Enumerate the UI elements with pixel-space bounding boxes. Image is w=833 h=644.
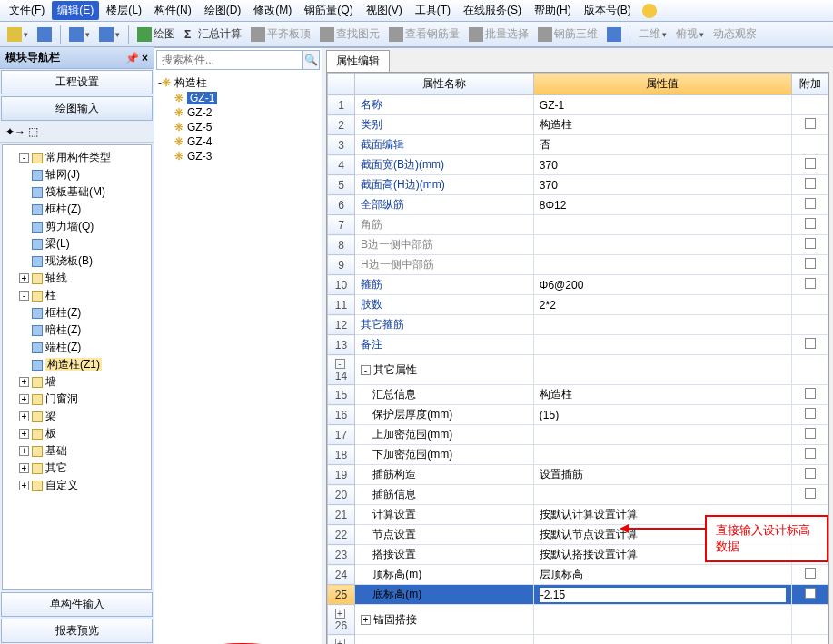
checkbox[interactable] bbox=[805, 118, 816, 129]
view-steel-button[interactable]: 查看钢筋量 bbox=[385, 25, 463, 44]
prop-name[interactable]: 名称 bbox=[355, 95, 534, 115]
prop-name[interactable]: 肢数 bbox=[355, 295, 534, 315]
tree-item[interactable]: 常用构件类型 bbox=[45, 151, 111, 163]
prop-name[interactable]: 截面宽(B边)(mm) bbox=[355, 155, 534, 175]
prop-value[interactable]: 构造柱 bbox=[533, 115, 791, 135]
prop-name[interactable]: 截面高(H边)(mm) bbox=[355, 175, 534, 195]
menu-edit[interactable]: 编辑(E) bbox=[52, 1, 99, 20]
tree-item[interactable]: 现浇板(B) bbox=[45, 254, 93, 267]
tree-item[interactable]: 轴线 bbox=[45, 272, 67, 284]
table-row[interactable]: 13备注 bbox=[328, 335, 828, 355]
orbit-button[interactable]: 动态观察 bbox=[709, 25, 760, 44]
prop-name[interactable]: H边一侧中部筋 bbox=[355, 255, 534, 275]
checkbox[interactable] bbox=[805, 178, 816, 189]
prop-value[interactable] bbox=[533, 235, 791, 255]
prop-value[interactable]: (15) bbox=[533, 405, 791, 425]
prop-value[interactable] bbox=[533, 335, 791, 355]
table-row[interactable]: 12其它箍筋 bbox=[328, 315, 828, 335]
tree-item[interactable]: 基础 bbox=[45, 444, 67, 457]
table-row[interactable]: 15 汇总信息构造柱 bbox=[328, 385, 828, 405]
table-row[interactable]: 25 底标高(m) bbox=[328, 585, 828, 605]
align-button[interactable]: 平齐板顶 bbox=[247, 25, 314, 44]
prop-value[interactable]: 8Φ12 bbox=[533, 195, 791, 215]
list-item[interactable]: GZ-4 bbox=[187, 135, 212, 148]
prop-value[interactable]: 370 bbox=[533, 175, 791, 195]
tree-item[interactable]: 剪力墙(Q) bbox=[45, 220, 94, 233]
table-row[interactable]: 7角筋 bbox=[328, 215, 828, 235]
menu-steel[interactable]: 钢筋量(Q) bbox=[299, 1, 358, 20]
checkbox[interactable] bbox=[805, 218, 816, 229]
pin-icon[interactable]: 📌 bbox=[125, 52, 139, 64]
prop-name[interactable]: 汇总信息 bbox=[355, 385, 534, 405]
table-row[interactable]: 9H边一侧中部筋 bbox=[328, 255, 828, 275]
prop-name[interactable]: +显示样式 bbox=[355, 635, 534, 645]
prop-value[interactable] bbox=[533, 605, 791, 635]
prop-name[interactable]: 其它箍筋 bbox=[355, 315, 534, 335]
tree-item[interactable]: 框柱(Z) bbox=[45, 306, 81, 319]
table-row[interactable]: -14-其它属性 bbox=[328, 355, 828, 385]
menu-tool[interactable]: 工具(T) bbox=[410, 1, 456, 20]
tree-item[interactable]: 其它 bbox=[45, 461, 67, 474]
find-primitive-button[interactable]: 查找图元 bbox=[316, 25, 383, 44]
2d-button[interactable]: 二维▾ bbox=[635, 25, 670, 44]
prop-name[interactable]: 箍筋 bbox=[355, 275, 534, 295]
tree-item[interactable]: 端柱(Z) bbox=[45, 341, 81, 353]
menu-help[interactable]: 帮助(H) bbox=[529, 1, 577, 20]
tab-property-edit[interactable]: 属性编辑 bbox=[326, 50, 390, 72]
prop-name[interactable]: 备注 bbox=[355, 335, 534, 355]
table-row[interactable]: 11肢数2*2 bbox=[328, 295, 828, 315]
prop-name[interactable]: 节点设置 bbox=[355, 525, 534, 545]
open-button[interactable]: ▾ bbox=[4, 25, 32, 44]
tree-item[interactable]: 板 bbox=[45, 427, 56, 440]
prop-name[interactable]: 类别 bbox=[355, 115, 534, 135]
table-row[interactable]: 19 插筋构造设置插筋 bbox=[328, 465, 828, 485]
search-icon[interactable]: 🔍 bbox=[302, 51, 319, 69]
prop-name[interactable]: 顶标高(m) bbox=[355, 565, 534, 585]
prop-value[interactable]: Φ6@200 bbox=[533, 275, 791, 295]
prop-name[interactable]: 下加密范围(mm) bbox=[355, 445, 534, 465]
table-row[interactable]: 18 下加密范围(mm) bbox=[328, 445, 828, 465]
prop-value[interactable]: GZ-1 bbox=[533, 95, 791, 115]
table-row[interactable]: +26+锚固搭接 bbox=[328, 605, 828, 635]
checkbox[interactable] bbox=[805, 428, 816, 439]
table-row[interactable]: 1名称GZ-1 bbox=[328, 95, 828, 115]
project-settings-button[interactable]: 工程设置 bbox=[1, 70, 153, 94]
prop-name[interactable]: 搭接设置 bbox=[355, 545, 534, 565]
checkbox[interactable] bbox=[805, 278, 816, 289]
batch-select-button[interactable]: 批量选择 bbox=[465, 25, 532, 44]
prop-value[interactable] bbox=[533, 215, 791, 235]
tree-root[interactable]: 构造柱 bbox=[174, 76, 207, 89]
tree-item[interactable]: 门窗洞 bbox=[45, 392, 78, 405]
prop-name[interactable]: 全部纵筋 bbox=[355, 195, 534, 215]
tree-item[interactable]: 柱 bbox=[45, 289, 56, 302]
list-item[interactable]: GZ-1 bbox=[187, 92, 217, 104]
prop-name[interactable]: 保护层厚度(mm) bbox=[355, 405, 534, 425]
tree-item[interactable]: 筏板基础(M) bbox=[45, 185, 105, 198]
prop-name[interactable]: -其它属性 bbox=[355, 355, 534, 385]
sum-button[interactable]: Σ 汇总计算 bbox=[181, 25, 245, 44]
prop-value[interactable] bbox=[533, 315, 791, 335]
prop-name[interactable]: 角筋 bbox=[355, 215, 534, 235]
value-input[interactable] bbox=[540, 588, 786, 602]
checkbox[interactable] bbox=[805, 158, 816, 169]
table-row[interactable]: 24 顶标高(m)层顶标高 bbox=[328, 565, 828, 585]
list-item[interactable]: GZ-3 bbox=[187, 150, 212, 163]
checkbox[interactable] bbox=[805, 238, 816, 249]
menu-view[interactable]: 视图(V) bbox=[361, 1, 408, 20]
prop-value[interactable]: 否 bbox=[533, 135, 791, 155]
help-button[interactable] bbox=[603, 25, 625, 44]
table-row[interactable]: 3截面编辑否 bbox=[328, 135, 828, 155]
prop-name[interactable]: 插筋信息 bbox=[355, 485, 534, 505]
report-preview-button[interactable]: 报表预览 bbox=[1, 619, 153, 643]
draw-button[interactable]: 绘图 bbox=[134, 25, 179, 44]
prop-value[interactable]: 2*2 bbox=[533, 295, 791, 315]
prop-value[interactable]: 370 bbox=[533, 155, 791, 175]
tree-item[interactable]: 轴网(J) bbox=[45, 168, 80, 181]
table-row[interactable]: 8B边一侧中部筋 bbox=[328, 235, 828, 255]
menu-file[interactable]: 文件(F) bbox=[4, 1, 50, 20]
draw-input-button[interactable]: 绘图输入 bbox=[1, 96, 153, 121]
topview-button[interactable]: 俯视▾ bbox=[672, 25, 708, 44]
prop-name[interactable]: B边一侧中部筋 bbox=[355, 235, 534, 255]
checkbox[interactable] bbox=[805, 488, 816, 499]
prop-value[interactable]: 层顶标高 bbox=[533, 565, 791, 585]
